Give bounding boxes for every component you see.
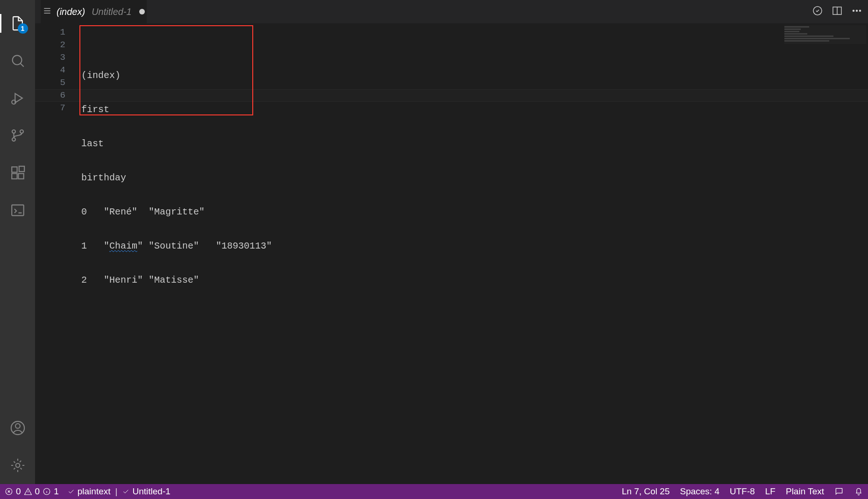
feedback-button[interactable] bbox=[834, 487, 844, 496]
warnings-count: 0 bbox=[35, 486, 40, 497]
svg-point-4 bbox=[20, 130, 23, 133]
split-icon bbox=[832, 5, 843, 16]
explorer-badge: 1 bbox=[18, 23, 28, 34]
svg-rect-7 bbox=[18, 173, 23, 178]
info-count: 1 bbox=[54, 486, 59, 497]
editor-actions bbox=[812, 5, 862, 18]
gear-icon bbox=[10, 457, 26, 473]
language-mode-button[interactable]: Plain Text bbox=[786, 486, 824, 497]
code-line: (index) bbox=[79, 69, 868, 82]
language-status-button[interactable]: plaintext | Untitled-1 bbox=[67, 486, 171, 497]
svg-point-15 bbox=[853, 10, 854, 12]
editor-region: (index) Untitled-1 1 2 3 bbox=[35, 0, 868, 484]
code-line: 0 "René" "Magritte" bbox=[79, 206, 868, 218]
line-number-gutter: 1 2 3 4 5 6 7 bbox=[35, 23, 79, 484]
line-number: 6 bbox=[35, 89, 79, 102]
feedback-icon bbox=[834, 487, 844, 496]
account-icon bbox=[10, 420, 26, 436]
svg-point-11 bbox=[15, 424, 20, 428]
minimap[interactable] bbox=[784, 25, 866, 44]
svg-point-16 bbox=[856, 10, 858, 12]
error-icon bbox=[5, 487, 13, 496]
terminal-tab[interactable] bbox=[4, 196, 32, 224]
spell-squiggle: Chaim bbox=[109, 241, 137, 251]
source-control-tab[interactable] bbox=[4, 121, 32, 150]
activity-bar: 1 bbox=[0, 0, 35, 484]
editor-tab[interactable]: (index) Untitled-1 bbox=[41, 0, 147, 23]
check-icon bbox=[122, 488, 129, 495]
git-branch-icon bbox=[10, 128, 26, 143]
settings-button[interactable] bbox=[4, 451, 32, 479]
problems-button[interactable]: 0 0 1 bbox=[5, 486, 59, 497]
svg-rect-5 bbox=[12, 167, 17, 172]
code-line: 1 "Chaim" "Soutine" "18930113" bbox=[79, 240, 868, 252]
file-check-label: Untitled-1 bbox=[132, 486, 170, 497]
svg-rect-9 bbox=[12, 205, 24, 216]
code-line: last bbox=[79, 137, 868, 150]
lang-check-label: plaintext bbox=[78, 486, 111, 497]
extensions-icon bbox=[10, 165, 26, 181]
run-debug-tab[interactable] bbox=[4, 84, 32, 112]
extensions-tab[interactable] bbox=[4, 159, 32, 187]
accounts-button[interactable] bbox=[4, 414, 32, 442]
code-line: first bbox=[79, 103, 868, 116]
line-number: 5 bbox=[35, 77, 79, 89]
eol-button[interactable]: LF bbox=[765, 486, 776, 497]
svg-point-3 bbox=[12, 138, 15, 141]
editor-body[interactable]: 1 2 3 4 5 6 7 (index) first last birthda… bbox=[35, 23, 868, 484]
dirty-indicator-icon bbox=[139, 9, 145, 14]
compare-button[interactable] bbox=[812, 5, 823, 18]
compare-icon bbox=[812, 5, 823, 16]
notifications-button[interactable] bbox=[854, 487, 863, 496]
svg-point-12 bbox=[15, 463, 20, 468]
more-actions-button[interactable] bbox=[851, 5, 862, 18]
code-content[interactable]: (index) first last birthday 0 "René" "Ma… bbox=[79, 23, 868, 484]
search-icon bbox=[10, 53, 26, 69]
bell-icon bbox=[854, 487, 863, 496]
line-number: 2 bbox=[35, 39, 79, 51]
current-line-highlight bbox=[35, 89, 868, 102]
svg-point-17 bbox=[860, 10, 861, 12]
line-number: 7 bbox=[35, 102, 79, 114]
tab-bar: (index) Untitled-1 bbox=[35, 0, 868, 23]
ellipsis-icon bbox=[851, 5, 862, 16]
cursor-position-button[interactable]: Ln 7, Col 25 bbox=[622, 486, 669, 497]
tab-title: (index) bbox=[57, 7, 85, 17]
split-editor-button[interactable] bbox=[832, 5, 843, 18]
svg-point-0 bbox=[12, 56, 21, 65]
explorer-tab[interactable]: 1 bbox=[4, 9, 32, 37]
errors-count: 0 bbox=[16, 486, 21, 497]
svg-rect-6 bbox=[12, 173, 17, 178]
play-bug-icon bbox=[10, 90, 26, 106]
check-icon bbox=[67, 488, 75, 495]
code-line: birthday bbox=[79, 171, 868, 184]
status-bar: 0 0 1 plaintext | Untitled-1 Ln 7, Col 2… bbox=[0, 484, 868, 499]
line-number: 1 bbox=[35, 26, 79, 39]
list-icon bbox=[43, 6, 52, 17]
encoding-button[interactable]: UTF-8 bbox=[730, 486, 755, 497]
warning-icon bbox=[24, 487, 32, 496]
tab-subtitle: Untitled-1 bbox=[92, 7, 132, 17]
indentation-button[interactable]: Spaces: 4 bbox=[680, 486, 719, 497]
svg-rect-8 bbox=[19, 166, 24, 171]
code-line: 2 "Henri" "Matisse" bbox=[79, 274, 868, 286]
search-tab[interactable] bbox=[4, 47, 32, 75]
line-number: 4 bbox=[35, 64, 79, 77]
main-area: 1 (index) bbox=[0, 0, 868, 484]
terminal-icon bbox=[10, 202, 26, 218]
line-number: 3 bbox=[35, 51, 79, 64]
info-icon bbox=[43, 487, 51, 496]
svg-point-2 bbox=[12, 130, 15, 133]
